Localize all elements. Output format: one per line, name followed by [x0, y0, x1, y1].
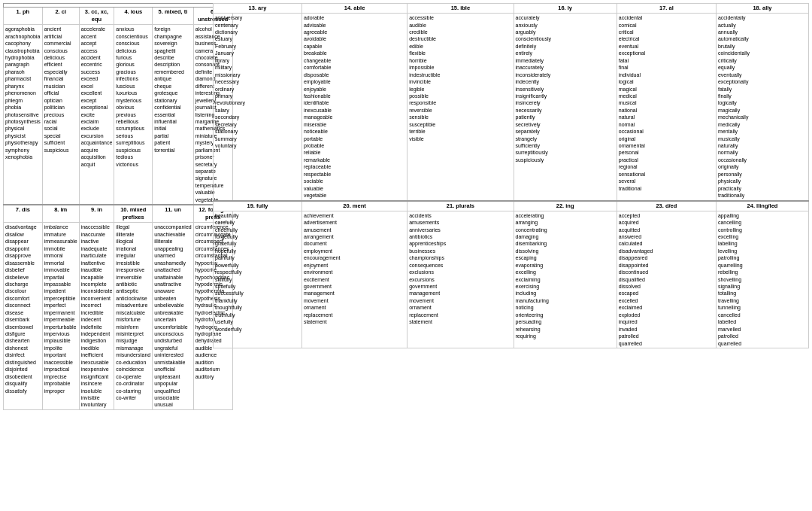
word-item: forgetfully [215, 233, 300, 240]
word-item: irresistible [116, 260, 150, 266]
word-item: impassable [44, 281, 77, 287]
word-item: fashionable [304, 93, 405, 99]
word-item: sovereign [154, 40, 191, 47]
word-item: practically [718, 185, 807, 192]
word-item: dishonest [5, 345, 41, 351]
word-item: January [215, 50, 300, 56]
word-item: normal [619, 121, 714, 128]
word-item: coincidentally [718, 50, 807, 56]
word-item: acquaintance [81, 139, 113, 146]
word-item: rebellious [116, 118, 150, 125]
col-words-4: unaccompaniedunachievableilliterateunapp… [153, 223, 193, 409]
word-item: imbalance [44, 224, 77, 230]
word-item: sociable [304, 178, 405, 184]
col-header-1: 20. ment [301, 201, 407, 211]
word-item: influential [154, 118, 191, 125]
word-item: disqualify [5, 380, 41, 387]
word-item: serious [116, 132, 150, 139]
col-words-0: disadvantagedisallowdisappeardisappointd… [4, 223, 43, 409]
word-item: inattentive [81, 260, 113, 266]
word-item: unattainable [154, 274, 191, 281]
word-item: traditionally [718, 192, 807, 199]
word-item: immediately [516, 57, 615, 64]
word-item: natural [619, 114, 714, 120]
word-item: invisible [81, 394, 113, 401]
word-item: vegetable [304, 192, 405, 199]
word-item: official [44, 90, 77, 96]
word-item: audible [409, 22, 511, 29]
word-item: misinform [116, 324, 150, 330]
word-item: stationary [215, 128, 300, 135]
word-item: uninterested [154, 351, 191, 358]
word-item: manufacturing [516, 297, 615, 304]
word-item: arguably [516, 29, 615, 35]
word-item: luscious [116, 83, 150, 90]
word-item: incorrect [81, 302, 113, 309]
word-item: inaudible [81, 266, 113, 273]
word-item: conscientious [116, 33, 150, 40]
word-item: insincere [81, 380, 113, 387]
word-item: coincidence [116, 366, 150, 373]
word-item: remarkable [304, 157, 405, 163]
word-item: primary [215, 93, 300, 99]
word-item: personal [619, 149, 714, 156]
word-item: critically [718, 57, 807, 64]
word-item: exceptional [619, 50, 714, 56]
right-panel: 13. ary14. able15. ible16. ly17. al18. a… [213, 3, 809, 508]
word-item: dictionary [215, 29, 300, 35]
word-item: unbelievable [154, 302, 191, 309]
word-item: anniversary [215, 14, 300, 21]
word-item: government [409, 283, 511, 290]
word-item: medical [619, 93, 714, 99]
word-item: several [619, 178, 714, 184]
word-item: conscious [116, 40, 150, 47]
word-item: identifiable [304, 99, 405, 106]
word-item: patient [154, 139, 191, 146]
word-item: advertisement [304, 219, 405, 226]
word-item: arrangement [304, 233, 405, 240]
word-item: exceptional [81, 104, 113, 111]
word-item: persuading [516, 318, 615, 325]
word-item: insignificantly [516, 93, 615, 99]
word-item: anxiously [516, 22, 615, 29]
word-item: inaccessible [81, 224, 113, 230]
word-item: excel [81, 83, 113, 90]
word-item: statement [304, 318, 405, 325]
word-item: confidential [154, 104, 191, 111]
word-item: excelling [718, 233, 807, 240]
word-item: indecently [516, 78, 615, 85]
col-words-4: acceptedacquiredacquittedansweredcalcula… [617, 211, 716, 348]
word-item: disobedient [5, 373, 41, 380]
word-item: usefully [215, 318, 300, 325]
word-item: misfortune [116, 316, 150, 323]
word-item: financial [44, 75, 77, 82]
word-item: centenary [215, 22, 300, 29]
word-item: actually [718, 22, 807, 29]
word-item: rehearsing [516, 326, 615, 333]
word-item: respectable [304, 171, 405, 178]
word-item: equally [718, 64, 807, 71]
word-item: environment [304, 269, 405, 275]
word-item: insignificant [81, 373, 113, 380]
word-item: unbreakable [154, 309, 191, 316]
word-item: ancient [44, 26, 77, 32]
word-item: discharge [5, 281, 41, 287]
word-item: illegal [116, 224, 150, 230]
word-item: arachnophobia [5, 33, 41, 40]
word-item: discomfort [5, 295, 41, 302]
word-item: employable [304, 78, 405, 85]
word-item: magically [718, 107, 807, 114]
word-item: secretary [215, 121, 300, 128]
col-words-5: accidentallyactuallyannuallyautomaticall… [716, 14, 808, 201]
word-item: indigestion [81, 337, 113, 344]
col-words-3: acceleratingarrangingconcentratingdamagi… [514, 211, 617, 348]
word-item: totalling [718, 290, 807, 297]
word-item: anxious [116, 26, 150, 32]
word-item: controlling [718, 227, 807, 233]
word-item: levelling [718, 248, 807, 254]
col-header-4: 17. al [617, 4, 716, 14]
word-item: impatient [44, 287, 77, 294]
word-item: enjoyable [304, 86, 405, 93]
word-item: marvelled [718, 326, 807, 333]
word-item: impartial [44, 274, 77, 281]
